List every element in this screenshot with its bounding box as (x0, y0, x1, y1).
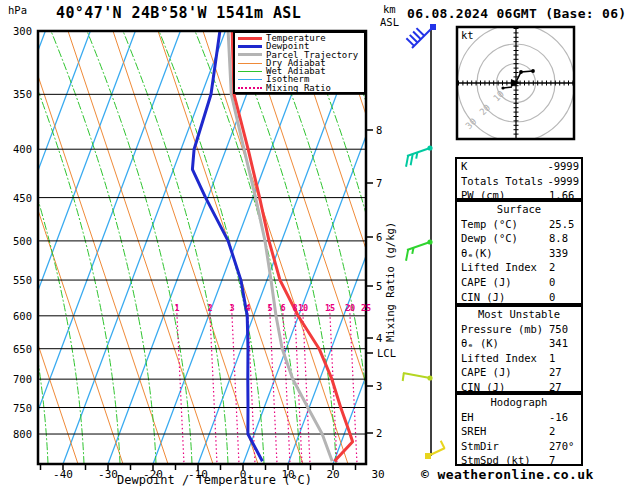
hodograph: 102030 (457, 25, 575, 142)
stats-box-title: Most Unstable (457, 307, 581, 322)
stats-row-value: 341 (549, 336, 568, 351)
mixing-ratio-value-label: 20 (342, 303, 358, 313)
mixing-ratio-value-label: 15 (322, 303, 338, 313)
stats-row-label: Totals Totals (461, 175, 543, 187)
wind-barb-1 (406, 145, 433, 166)
legend-box: TemperatureDewpointParcel TrajectoryDry … (233, 31, 366, 94)
stats-row: Pressure (mb)750 (457, 322, 581, 337)
stats-box-title: Hodograph (457, 395, 581, 410)
stats-row: CAPE (J)0 (457, 275, 581, 290)
stats-row: θₑ(K)339 (457, 246, 581, 261)
stats-row-value: 270° (549, 439, 574, 454)
stats-row: StmSpd (kt)7 (457, 453, 581, 468)
stats-row-value: 7 (549, 453, 555, 468)
pressure-gridlines (38, 94, 366, 434)
km-tick-label: 5 (376, 280, 382, 292)
stats-row-label: SREH (461, 425, 486, 437)
stats-row: Temp (°C)25.5 (457, 217, 581, 232)
stats-row-value: 8.8 (549, 231, 568, 246)
stats-row: Totals Totals-9999 (457, 174, 581, 189)
stats-row-value: 1 (549, 351, 555, 366)
km-tick-label: 3 (376, 380, 382, 392)
legend-line-sample-temperature (238, 37, 262, 40)
stats-row-value: 0 (549, 275, 555, 290)
stats-row: Lifted Index2 (457, 260, 581, 275)
stats-row-label: Dewp (°C) (461, 232, 518, 244)
temp-tick-label: -30 (91, 468, 125, 481)
skewt-sounding-page: 102030 hPa 40°47'N 24B°58'W 1541m ASL 06… (0, 0, 629, 486)
mixing-ratio-value-label: 3 (224, 303, 240, 313)
pressure-tick-label: 350 (4, 88, 32, 100)
asl-axis-unit: ASL (380, 16, 399, 28)
lcl-label: LCL (377, 347, 396, 359)
stats-row-label: Lifted Index (461, 261, 537, 273)
datetime-label: 06.08.2024 06GMT (Base: 06) (407, 6, 626, 21)
km-tick-label: 4 (376, 332, 382, 344)
mixing-ratio-axis-title: Mixing Ratio (g/kg) (384, 222, 396, 342)
stats-row-label: CAPE (J) (461, 366, 512, 378)
stats-box-surface: SurfaceTemp (°C)25.5Dewp (°C)8.8θₑ(K)339… (455, 200, 583, 305)
pressure-tick-label: 500 (4, 235, 32, 247)
stats-row: Dewp (°C)8.8 (457, 231, 581, 246)
legend-line-sample-isotherm (238, 79, 262, 80)
stats-row-value: -16 (549, 410, 568, 425)
hodograph-ring-label: 30 (464, 116, 479, 131)
stats-box-hodograph: HodographEH-16SREH2StmDir270°StmSpd (kt)… (455, 393, 583, 466)
mixing-ratio-value-label: 1 (169, 303, 185, 313)
pressure-tick-label: 450 (4, 192, 32, 204)
stats-row-value: -9999 (547, 159, 579, 174)
stats-row-label: Temp (°C) (461, 218, 518, 230)
mixing-ratio-value-label: 4 (240, 303, 256, 313)
stats-row: SREH2 (457, 424, 581, 439)
stats-row-value: 0 (549, 290, 555, 305)
stats-box-title: Surface (457, 202, 581, 217)
pressure-tick-label: 600 (4, 310, 32, 322)
copyright-footer: © weatheronline.co.uk (421, 467, 594, 482)
stats-row-label: K (461, 160, 467, 172)
stats-row: θₑ (K)341 (457, 336, 581, 351)
stats-row: StmDir270° (457, 439, 581, 454)
pressure-axis-unit: hPa (8, 4, 27, 16)
pressure-tick-label: 650 (4, 343, 32, 355)
plot-area (0, 31, 516, 464)
legend-line-sample-mixing-ratio (238, 87, 262, 89)
hodograph-unit-label: kt (461, 29, 474, 41)
legend-line-sample-parcel-trajectory (238, 53, 262, 56)
stats-row-value: 2 (549, 424, 555, 439)
pressure-tick-label: 550 (4, 274, 32, 286)
stats-row-label: θₑ (K) (461, 337, 499, 349)
legend-item-label: Mixing Ratio (266, 84, 331, 92)
hodograph-ring-label: 10 (491, 89, 506, 104)
stats-row-label: CIN (J) (461, 291, 505, 303)
series-dewpoint (192, 31, 262, 461)
legend-line-sample-wet-adiabat (238, 71, 262, 72)
km-axis-unit: km (383, 3, 396, 15)
dry-adiabat-lines (0, 31, 483, 464)
stats-row: CIN (J)0 (457, 290, 581, 305)
stats-row-value: 2 (549, 260, 555, 275)
km-tick-label: 6 (376, 231, 382, 243)
legend-line-sample-dry-adiabat (238, 63, 262, 64)
stats-row-label: StmDir (461, 440, 499, 452)
stats-row: CAPE (J)27 (457, 365, 581, 380)
temp-tick-label: 20 (316, 468, 350, 481)
wind-barb-2 (406, 239, 433, 260)
mixing-ratio-value-label: 25 (358, 303, 374, 313)
pressure-tick-label: 300 (4, 25, 32, 37)
station-title: 40°47'N 24B°58'W 1541m ASL (56, 4, 301, 22)
mixing-ratio-lines (177, 305, 374, 464)
stats-row-label: Pressure (mb) (461, 323, 543, 335)
pressure-tick-label: 750 (4, 402, 32, 414)
legend-line-sample-dewpoint (238, 45, 262, 48)
stats-row-label: StmSpd (kt) (461, 454, 531, 466)
stats-row-label: θₑ(K) (461, 247, 493, 259)
pressure-tick-label: 400 (4, 143, 32, 155)
temp-tick-label: 30 (361, 468, 395, 481)
temp-tick-label: 0 (226, 468, 260, 481)
temp-tick-label: -20 (136, 468, 170, 481)
wind-barb-4 (425, 441, 445, 459)
km-tick-label: 8 (376, 124, 382, 136)
stats-box-indices: K-9999Totals Totals-9999PW (cm)1.66 (455, 157, 583, 200)
mixing-ratio-value-label: 2 (202, 303, 218, 313)
km-tick-label: 7 (376, 177, 382, 189)
